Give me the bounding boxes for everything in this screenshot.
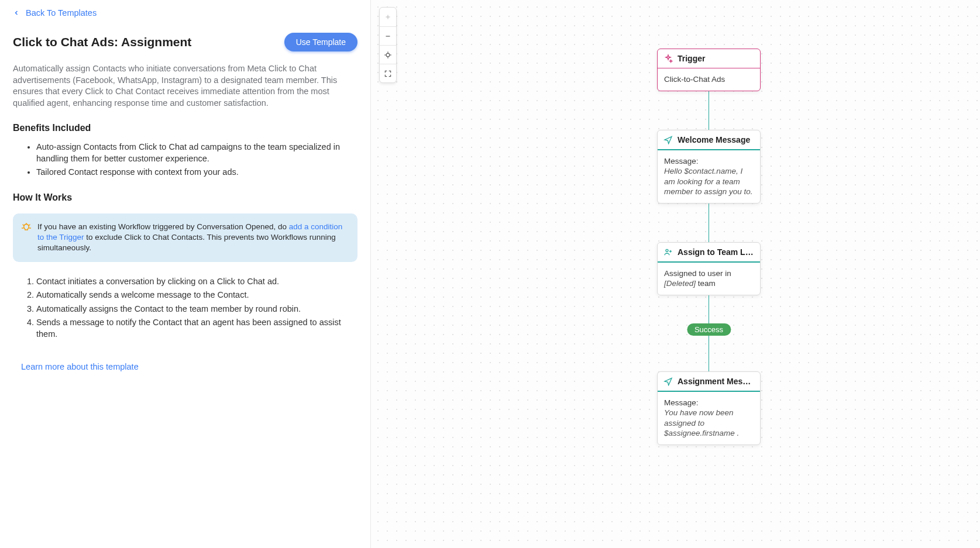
node-title: Trigger (678, 54, 754, 63)
crosshair-icon (384, 51, 392, 59)
benefit-item: Auto-assign Contacts from Click to Chat … (36, 142, 357, 164)
node-body: Message: You have now been assigned to $… (658, 392, 760, 444)
info-note: If you have an existing Workflow trigger… (13, 213, 357, 262)
benefit-item: Tailored Contact response with context f… (36, 167, 357, 178)
node-body: Message: Hello $contact.name, I am looki… (658, 150, 760, 203)
benefits-heading: Benefits Included (13, 123, 357, 133)
user-plus-icon (663, 247, 673, 257)
recenter-button[interactable] (380, 45, 396, 64)
node-title: Assign to Team Least C… (678, 247, 754, 257)
workflow-node-assignment-message[interactable]: Assignment Message Message: You have now… (657, 371, 761, 445)
success-badge: Success (687, 323, 731, 336)
learn-more-link[interactable]: Learn more about this template (21, 362, 139, 371)
fullscreen-icon (384, 70, 392, 78)
step-item: Automatically sends a welcome message to… (36, 289, 357, 301)
connector-line (657, 204, 761, 242)
back-label: Back To Templates (26, 8, 97, 18)
step-item: Contact initiates a conversation by clic… (36, 276, 357, 288)
node-title: Welcome Message (678, 135, 754, 144)
svg-point-8 (666, 249, 668, 251)
workflow-canvas[interactable]: Trigger Click-to-Chat Ads Welcome Messag… (371, 0, 980, 548)
node-body: Assigned to user in [Deleted] team (658, 263, 760, 295)
node-title: Assignment Message (678, 377, 754, 386)
send-icon (663, 377, 673, 386)
send-icon (663, 135, 673, 144)
sparkle-icon (663, 54, 673, 63)
svg-point-3 (386, 53, 390, 57)
zoom-out-button[interactable] (380, 26, 396, 45)
workflow-node-welcome-message[interactable]: Welcome Message Message: Hello $contact.… (657, 130, 761, 204)
workflow-node-trigger[interactable]: Trigger Click-to-Chat Ads (657, 49, 761, 91)
zoom-controls (379, 7, 397, 83)
step-item: Sends a message to notify the Contact th… (36, 317, 357, 340)
zoom-in-button[interactable] (380, 8, 396, 26)
page-title: Click to Chat Ads: Assignment (13, 35, 191, 49)
step-item: Automatically assigns the Contact to the… (36, 304, 357, 315)
note-text: If you have an existing Workflow trigger… (37, 222, 348, 254)
connector-line: Success (657, 295, 761, 371)
node-body: Click-to-Chat Ads (658, 68, 760, 91)
template-description: Automatically assign Contacts who initia… (13, 63, 352, 109)
how-it-works-heading: How It Works (13, 192, 357, 203)
chevron-left-icon (13, 9, 20, 16)
back-to-templates-link[interactable]: Back To Templates (13, 8, 357, 18)
connector-line (657, 91, 761, 130)
plus-icon (384, 13, 392, 21)
lightbulb-icon (21, 223, 32, 236)
fullscreen-button[interactable] (380, 64, 396, 82)
use-template-button[interactable]: Use Template (284, 33, 357, 51)
workflow-node-assign[interactable]: Assign to Team Least C… Assigned to user… (657, 242, 761, 295)
minus-icon (384, 32, 392, 40)
